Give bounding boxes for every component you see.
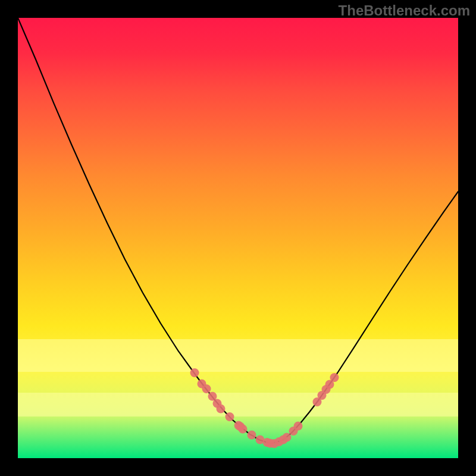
marker-dot <box>294 421 303 430</box>
watermark-text: TheBottleneck.com <box>339 2 470 19</box>
marker-dot <box>282 433 291 442</box>
curve-path <box>18 18 458 444</box>
chart-overlay-svg <box>18 18 458 458</box>
marker-dot <box>330 373 339 382</box>
chart-stage: TheBottleneck.com <box>0 0 476 476</box>
marker-dot <box>190 368 199 377</box>
marker-dot <box>238 425 247 434</box>
marker-dot <box>202 384 211 393</box>
plot-area <box>18 18 458 458</box>
marker-dot <box>216 404 225 413</box>
marker-dot <box>248 431 256 440</box>
marker-dot <box>226 412 234 421</box>
